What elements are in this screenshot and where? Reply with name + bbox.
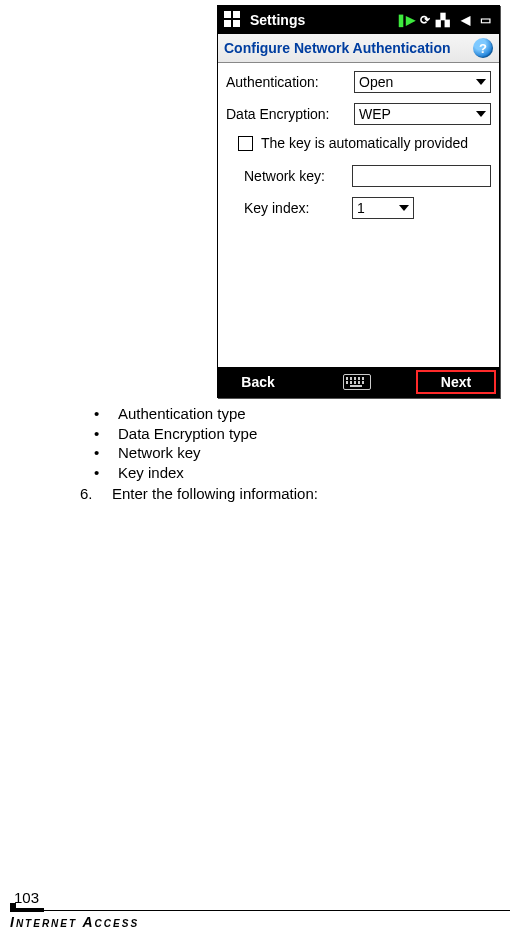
back-button[interactable]: Back — [218, 367, 298, 397]
auto-key-checkbox[interactable] — [238, 136, 253, 151]
section-name: Internet Access — [10, 914, 510, 930]
form-area: Authentication: Open Data Encryption: WE… — [218, 63, 499, 219]
encryption-label: Data Encryption: — [226, 106, 354, 122]
key-index-label: Key index: — [244, 200, 352, 216]
encryption-row: Data Encryption: WEP — [226, 103, 491, 125]
chevron-down-icon — [395, 198, 413, 218]
list-item: Data Encryption type — [80, 424, 480, 444]
page-title: Configure Network Authentication — [224, 40, 451, 56]
authentication-value: Open — [359, 74, 393, 90]
auto-key-label: The key is automatically provided — [261, 135, 468, 151]
key-index-dropdown[interactable]: 1 — [352, 197, 414, 219]
document-body: Authentication type Data Encryption type… — [80, 404, 480, 504]
key-index-value: 1 — [357, 200, 365, 216]
authentication-label: Authentication: — [226, 74, 354, 90]
statusbar-title: Settings — [250, 12, 305, 28]
battery-icon: ▭ — [477, 12, 493, 28]
page-footer: 103 Internet Access — [10, 889, 510, 930]
help-icon[interactable]: ? — [473, 38, 493, 58]
page-number: 103 — [14, 889, 510, 906]
page-title-bar: Configure Network Authentication ? — [218, 34, 499, 63]
keyboard-button[interactable] — [298, 374, 416, 390]
network-key-row: Network key: — [226, 165, 491, 187]
encryption-dropdown[interactable]: WEP — [354, 103, 491, 125]
keyboard-icon — [343, 374, 371, 390]
key-index-row: Key index: 1 — [226, 197, 491, 219]
device-screenshot: Settings ❚▶ ⟳ ▞▖ ◀ ▭ Configure Network A… — [217, 5, 500, 398]
network-key-input[interactable] — [352, 165, 491, 187]
encryption-value: WEP — [359, 106, 391, 122]
list-item: Authentication type — [80, 404, 480, 424]
footer-rule — [10, 908, 510, 912]
start-icon[interactable] — [224, 11, 242, 29]
volume-icon: ◀ — [457, 12, 473, 28]
next-button[interactable]: Next — [416, 370, 496, 394]
authentication-row: Authentication: Open — [226, 71, 491, 93]
chevron-down-icon — [472, 104, 490, 124]
connection-icon: ❚▶ — [397, 12, 413, 28]
network-key-label: Network key: — [244, 168, 352, 184]
step-text: Enter the following information: — [112, 484, 318, 504]
signal-icon: ▞▖ — [437, 12, 453, 28]
numbered-step: 6. Enter the following information: — [80, 484, 480, 504]
auto-key-row[interactable]: The key is automatically provided — [238, 135, 491, 151]
softkey-bar: Back Next — [218, 367, 499, 397]
list-item: Key index — [80, 463, 480, 483]
sync-icon: ⟳ — [417, 12, 433, 28]
bullet-list: Authentication type Data Encryption type… — [80, 404, 480, 482]
authentication-dropdown[interactable]: Open — [354, 71, 491, 93]
step-number: 6. — [80, 484, 112, 504]
status-bar: Settings ❚▶ ⟳ ▞▖ ◀ ▭ — [218, 6, 499, 34]
list-item: Network key — [80, 443, 480, 463]
chevron-down-icon — [472, 72, 490, 92]
